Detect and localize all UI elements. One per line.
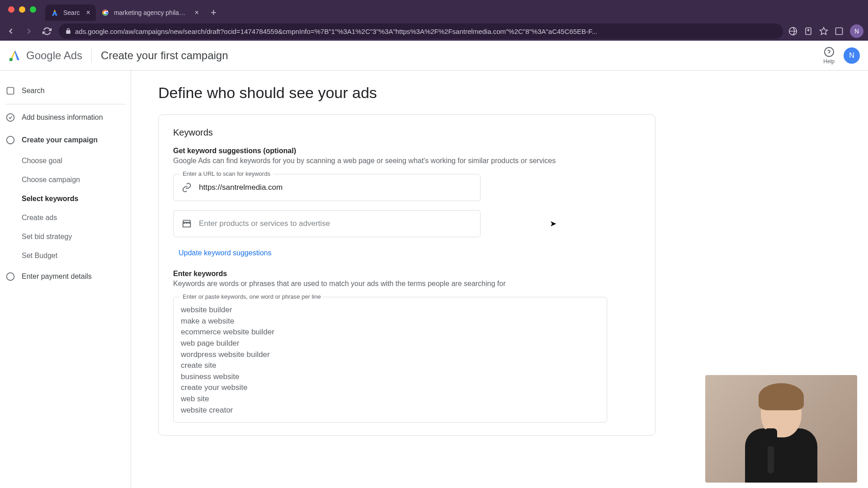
bookmark-star-icon[interactable] bbox=[819, 27, 828, 36]
enter-keywords-title: Enter keywords bbox=[173, 270, 641, 278]
sidebar: Search Add business information Create y… bbox=[0, 70, 131, 488]
check-circle-icon bbox=[5, 113, 15, 122]
svg-point-8 bbox=[7, 114, 14, 122]
help-label: Help bbox=[823, 58, 835, 65]
keywords-card: Keywords Get keyword suggestions (option… bbox=[158, 114, 656, 436]
suggestions-desc: Google Ads can find keywords for you by … bbox=[173, 157, 641, 165]
sidebar-sub-set-budget[interactable]: Set Budget bbox=[0, 246, 131, 265]
tabs-row: Searc × marketing agency philadelphi × + bbox=[0, 0, 868, 22]
sidebar-label: Search bbox=[22, 87, 45, 95]
svg-rect-7 bbox=[7, 88, 14, 94]
tab-close-icon[interactable]: × bbox=[195, 9, 199, 17]
products-field[interactable] bbox=[173, 210, 481, 237]
address-row: ads.google.com/aw/campaigns/new/search/d… bbox=[0, 22, 868, 41]
address-actions: N bbox=[788, 24, 863, 38]
storefront-icon bbox=[182, 219, 192, 229]
sidebar-item-payment[interactable]: Enter payment details bbox=[0, 265, 131, 288]
page-title: Create your first campaign bbox=[101, 49, 228, 62]
tab-google-ads[interactable]: Searc × bbox=[45, 5, 96, 21]
app-header: Google Ads Create your first campaign He… bbox=[0, 41, 868, 70]
extensions-icon[interactable] bbox=[835, 27, 844, 36]
sidebar-sub-choose-goal[interactable]: Choose goal bbox=[0, 151, 131, 170]
window-controls bbox=[0, 0, 36, 13]
suggestions-title: Get keyword suggestions (optional) bbox=[173, 147, 641, 155]
sidebar-sub-set-bid[interactable]: Set bid strategy bbox=[0, 227, 131, 246]
logo-text: Google Ads bbox=[26, 49, 82, 62]
sidebar-sub-select-keywords[interactable]: Select keywords bbox=[0, 189, 131, 208]
browser-profile-avatar[interactable]: N bbox=[850, 24, 863, 38]
url-scan-field[interactable]: Enter a URL to scan for keywords bbox=[173, 174, 481, 201]
help-icon bbox=[824, 47, 835, 57]
share-icon[interactable] bbox=[804, 27, 813, 36]
enter-keywords-desc: Keywords are words or phrases that are u… bbox=[173, 280, 641, 288]
sidebar-sub-choose-campaign[interactable]: Choose campaign bbox=[0, 170, 131, 189]
gtranslate-icon[interactable] bbox=[788, 27, 797, 36]
svg-point-10 bbox=[7, 273, 14, 281]
gads-favicon-icon bbox=[51, 9, 59, 17]
google-ads-logo[interactable]: Google Ads bbox=[8, 49, 82, 62]
url-text: ads.google.com/aw/campaigns/new/search/d… bbox=[75, 28, 597, 35]
sidebar-label: Create your campaign bbox=[22, 136, 98, 144]
google-favicon-icon bbox=[101, 9, 109, 17]
sidebar-item-create-campaign[interactable]: Create your campaign bbox=[0, 129, 131, 151]
nav-reload-button[interactable] bbox=[41, 25, 53, 38]
help-button[interactable]: Help bbox=[823, 47, 835, 65]
tab-title: Searc bbox=[63, 9, 80, 16]
gads-logo-icon bbox=[8, 49, 22, 62]
sidebar-item-add-business[interactable]: Add business information bbox=[0, 106, 131, 129]
window-close[interactable] bbox=[8, 6, 14, 13]
sidebar-divider bbox=[5, 104, 125, 104]
url-input[interactable] bbox=[199, 183, 472, 192]
lock-icon bbox=[65, 28, 71, 34]
radio-empty-icon bbox=[5, 135, 15, 145]
sidebar-label: Add business information bbox=[22, 113, 103, 122]
nav-back-button[interactable] bbox=[5, 25, 17, 38]
link-icon bbox=[182, 183, 192, 192]
video-presenter bbox=[741, 383, 822, 483]
sidebar-label: Enter payment details bbox=[22, 272, 92, 281]
radio-empty-icon bbox=[5, 272, 15, 282]
tab-marketing-agency[interactable]: marketing agency philadelphi × bbox=[96, 5, 204, 21]
svg-rect-4 bbox=[836, 28, 843, 35]
svg-point-5 bbox=[9, 58, 13, 61]
keywords-textarea[interactable] bbox=[181, 305, 599, 413]
window-minimize[interactable] bbox=[19, 6, 25, 13]
picture-in-picture-video[interactable] bbox=[705, 375, 857, 483]
update-suggestions-button[interactable]: Update keyword suggestions bbox=[173, 246, 271, 270]
svg-point-9 bbox=[7, 136, 14, 144]
keywords-heading: Keywords bbox=[173, 127, 641, 138]
main-title: Define who should see your ads bbox=[158, 84, 841, 102]
sidebar-item-search[interactable]: Search bbox=[0, 80, 131, 102]
svg-marker-3 bbox=[820, 28, 828, 35]
new-tab-button[interactable]: + bbox=[204, 7, 223, 19]
address-bar[interactable]: ads.google.com/aw/campaigns/new/search/d… bbox=[59, 23, 783, 39]
window-maximize[interactable] bbox=[30, 6, 36, 13]
search-step-icon bbox=[5, 86, 15, 96]
sidebar-sub-create-ads[interactable]: Create ads bbox=[0, 208, 131, 227]
products-input[interactable] bbox=[199, 219, 472, 228]
tab-close-icon[interactable]: × bbox=[86, 9, 90, 17]
tab-title: marketing agency philadelphi bbox=[114, 9, 189, 16]
account-avatar[interactable]: N bbox=[844, 47, 860, 64]
browser-chrome: Searc × marketing agency philadelphi × +… bbox=[0, 0, 868, 41]
url-field-label: Enter a URL to scan for keywords bbox=[180, 170, 273, 177]
nav-forward-button[interactable] bbox=[23, 25, 35, 38]
keywords-box[interactable]: Enter or paste keywords, one word or phr… bbox=[173, 297, 607, 422]
keywords-box-label: Enter or paste keywords, one word or phr… bbox=[180, 293, 324, 300]
header-divider bbox=[91, 48, 92, 63]
